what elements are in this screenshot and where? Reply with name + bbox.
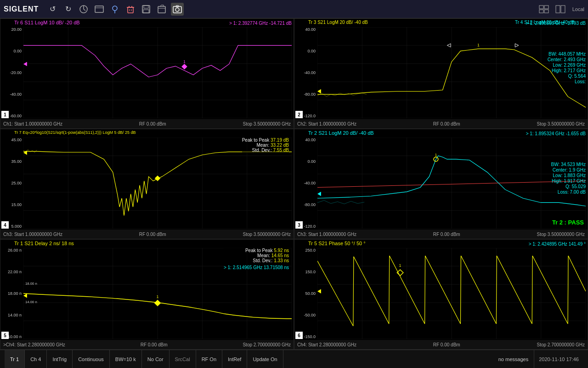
- svg-rect-24: [556, 6, 560, 13]
- panel-2-chart: 1: [317, 27, 586, 118]
- app-logo: SIGLENT: [4, 5, 39, 13]
- layout-button[interactable]: [537, 3, 550, 16]
- svg-point-18: [175, 8, 179, 12]
- statusbar: Tr 1 Ch 4 IntTrig Continuous BW=10 k No …: [0, 350, 588, 368]
- window-button[interactable]: [93, 3, 106, 16]
- svg-marker-108: [23, 293, 27, 298]
- sb-intref[interactable]: IntRef: [222, 350, 247, 368]
- sb-ch4[interactable]: Ch 4: [25, 350, 47, 368]
- svg-line-2: [84, 9, 85, 11]
- panel-2-yaxis: 40.000.00-40.00-80.00-120.0: [294, 27, 317, 118]
- svg-rect-3: [95, 6, 103, 12]
- panel-6-marker: > 1: 2.424895 GHz 141.49 °: [529, 242, 586, 247]
- svg-rect-14: [144, 6, 148, 8]
- panel-3-title: Tr 7 Eq=20*log10(S21/sqrt(1-pow(abs(S11)…: [14, 130, 136, 135]
- svg-rect-25: [561, 6, 565, 13]
- panel-3-yaxis: 45.0035.0025.0015.005.000: [0, 138, 23, 229]
- toolbar: SIGLENT ↺ ↻ Local: [0, 0, 588, 18]
- svg-rect-15: [143, 10, 149, 13]
- sb-datetime: 2020-11-10 17:46: [534, 356, 583, 362]
- panel-4-title: Tr 2 S21 LogM 20 dB/ -40 dB: [308, 130, 374, 136]
- svg-rect-20: [539, 6, 543, 9]
- panel-1-status: Ch1: Start 1.000000000 GHz RF 0.00 dBm S…: [0, 119, 294, 128]
- panel-3-stats: Peak to Peak 37.19 dB Mean: 33.22 dB Std…: [242, 138, 289, 153]
- svg-rect-21: [544, 6, 548, 9]
- panel-4-chart: 1: [317, 138, 586, 229]
- panel-5-num: 5: [1, 332, 9, 339]
- panel-2[interactable]: Tr 3 S21 LogM 20 dB/ -40 dB Tr 4 S12 Log…: [294, 18, 588, 129]
- svg-text:18.00 n: 18.00 n: [25, 282, 37, 286]
- svg-marker-39: [182, 64, 187, 69]
- panel-1-marker: > 1: 2.392774 GHz -14.721 dB: [229, 21, 292, 26]
- svg-text:1: 1: [477, 43, 480, 48]
- panel-4-num: 3: [295, 221, 303, 229]
- sb-nocor[interactable]: No Cor: [142, 350, 170, 368]
- svg-marker-41: [23, 62, 27, 66]
- local-label: Local: [572, 6, 584, 12]
- panel-2-bw: BW: 448.057 MHz Center: 2.493 GHz Low: 2…: [548, 51, 586, 85]
- panel-1-num: 1: [1, 111, 9, 118]
- svg-text:1: 1: [183, 59, 186, 64]
- panel-4-marker: > 1: 1.895324 GHz -1.655 dB: [526, 131, 586, 136]
- redo-button[interactable]: ↻: [62, 3, 74, 16]
- svg-marker-124: [317, 289, 321, 293]
- panel-3-num: 4: [1, 221, 9, 229]
- panel-4[interactable]: Tr 2 S21 LogM 20 dB/ -40 dB > 1: 1.89532…: [294, 129, 588, 239]
- sb-rfon[interactable]: RF On: [196, 350, 222, 368]
- svg-marker-72: [155, 176, 160, 181]
- panel-1[interactable]: Tr 6 S11 LogM 10 dB/ -20 dB > 1: 2.39277…: [0, 18, 294, 129]
- panel-4-bw: BW: 34.523 MHz Center: 1.9 GHz Low: 1.88…: [551, 161, 586, 195]
- svg-marker-104: [154, 300, 161, 306]
- main-grid: Tr 6 S11 LogM 10 dB/ -20 dB > 1: 2.39277…: [0, 18, 588, 350]
- panel-6-status: Ch4: Start 2.280000000 GHz RF 0.00 dBm S…: [294, 340, 588, 349]
- panel-5[interactable]: Tr 1 S21 Delay 2 ns/ 18 ns Peak to Peak …: [0, 239, 294, 350]
- panel-1-yaxis: 20.000.00-20.00-40.00-60.00: [0, 27, 23, 118]
- panel-6[interactable]: Tr 5 S21 Phase 50 °/ 50 ° > 1: 2.424895 …: [294, 239, 588, 350]
- panel-2-num: 2: [295, 111, 303, 118]
- svg-rect-22: [539, 10, 543, 13]
- sb-continuous[interactable]: Continuous: [73, 350, 110, 368]
- svg-marker-90: [317, 192, 321, 196]
- panel-2-status: Ch2: Start 1.000000000 GHz RF 0.00 dBm S…: [294, 119, 588, 128]
- sb-srccal[interactable]: SrcCal: [170, 350, 196, 368]
- svg-point-5: [113, 6, 117, 11]
- panel-6-title: Tr 5 S21 Phase 50 °/ 50 °: [308, 241, 366, 246]
- panel-1-chart: 1: [23, 27, 292, 118]
- sb-messages: no messages: [493, 350, 534, 368]
- toolbar-right: Local: [537, 3, 584, 16]
- marker-button[interactable]: [108, 3, 121, 16]
- svg-rect-23: [544, 10, 548, 13]
- delete-button[interactable]: [124, 3, 137, 16]
- sb-bw[interactable]: BW=10 k: [110, 350, 142, 368]
- panel-5-status: >Ch4: Start 2.280000000 GHz RF 0.00 dBm …: [0, 340, 294, 349]
- split-button[interactable]: [554, 3, 567, 16]
- screenshot-button[interactable]: [171, 3, 184, 16]
- panel-6-chart: 1: [317, 248, 586, 339]
- preset-button[interactable]: [77, 3, 90, 16]
- sb-tr1[interactable]: Tr 1: [5, 350, 25, 368]
- svg-marker-58: [317, 89, 321, 93]
- svg-rect-17: [173, 6, 181, 13]
- panel-2-marker: > 1: 2.498566 GHz -1.793 dB: [526, 21, 586, 26]
- svg-rect-7: [128, 7, 133, 13]
- panel-1-title: Tr 6 S11 LogM 10 dB/ -20 dB: [14, 20, 80, 25]
- panel-3[interactable]: Tr 7 Eq=20*log10(S21/sqrt(1-pow(abs(S11)…: [0, 129, 294, 239]
- panel-4-yaxis: 40.000.00-40.00-80.00-120.0: [294, 138, 317, 229]
- sb-inttrig[interactable]: IntTrig: [47, 350, 73, 368]
- svg-text:1: 1: [435, 153, 437, 158]
- panel-2-title: Tr 3 S21 LogM 20 dB/ -40 dB: [308, 20, 368, 25]
- load-button[interactable]: [155, 3, 168, 16]
- panel-5-stats: Peak to Peak 5.92 ns Mean: 14.65 ns Std.…: [224, 248, 289, 270]
- panel-4-status: Ch3: Start 1.000000000 GHz RF 0.00 dBm S…: [294, 230, 588, 239]
- sb-updateon[interactable]: Update On: [247, 350, 283, 368]
- panel-5-title: Tr 1 S21 Delay 2 ns/ 18 ns: [14, 241, 74, 246]
- svg-text:14.00 n: 14.00 n: [25, 300, 37, 304]
- svg-text:1: 1: [399, 264, 401, 268]
- svg-text:1: 1: [157, 294, 159, 299]
- save-button[interactable]: [140, 3, 153, 16]
- panel-6-num: 6: [295, 332, 303, 339]
- undo-button[interactable]: ↺: [46, 3, 59, 16]
- panel-3-status: Ch3: Start 1.000000000 GHz RF 0.00 dBm S…: [0, 230, 294, 239]
- panel-5-yaxis: 26.00 n22.00 n18.00 n14.00 n10.00 n: [0, 248, 23, 339]
- panel-6-yaxis: 250.0150.050.00-50.00-150.0: [294, 248, 317, 339]
